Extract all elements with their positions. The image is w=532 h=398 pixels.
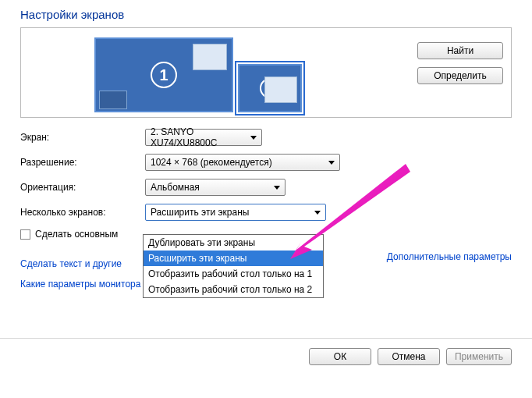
multiple-displays-dropdown: Дублировать эти экраныРасширить эти экра… bbox=[143, 234, 324, 298]
page-title: Настройки экранов bbox=[20, 8, 512, 21]
resolution-select[interactable]: 1024 × 768 (рекомендуется) bbox=[145, 154, 340, 171]
resolution-value: 1024 × 768 (рекомендуется) bbox=[151, 157, 272, 168]
preview-window-icon bbox=[193, 44, 227, 70]
multiple-displays-select[interactable]: Расширить эти экраны bbox=[145, 204, 326, 221]
find-button[interactable]: Найти bbox=[417, 42, 503, 59]
orientation-select[interactable]: Альбомная bbox=[145, 179, 286, 196]
screen-label: Экран: bbox=[20, 132, 137, 143]
advanced-settings-link[interactable]: Дополнительные параметры bbox=[387, 251, 512, 262]
dialog-footer: ОК Отмена Применить bbox=[0, 338, 532, 365]
dropdown-option[interactable]: Отобразить рабочий стол только на 2 bbox=[144, 282, 323, 297]
make-main-label: Сделать основным bbox=[35, 229, 118, 240]
make-main-checkbox[interactable] bbox=[20, 229, 30, 240]
dropdown-option[interactable]: Расширить эти экраны bbox=[144, 251, 323, 266]
screen-select[interactable]: 2. SANYO XU74/XU8800C bbox=[145, 129, 262, 146]
orientation-label: Ориентация: bbox=[20, 182, 137, 193]
resolution-label: Разрешение: bbox=[20, 157, 137, 168]
orientation-value: Альбомная bbox=[151, 182, 200, 193]
text-size-link[interactable]: Сделать текст и другие bbox=[20, 258, 122, 269]
apply-button[interactable]: Применить bbox=[446, 348, 512, 365]
monitor-1[interactable]: 1 bbox=[94, 37, 233, 112]
dropdown-option[interactable]: Отобразить рабочий стол только на 1 bbox=[144, 266, 323, 282]
detect-button[interactable]: Определить bbox=[417, 67, 503, 84]
monitor-preview-area: 1 2 Найти Определить bbox=[20, 27, 512, 118]
dropdown-option[interactable]: Дублировать эти экраны bbox=[144, 235, 323, 251]
monitor-2[interactable]: 2 bbox=[238, 64, 302, 112]
monitor-number: 1 bbox=[151, 62, 177, 88]
multiple-displays-label: Несколько экранов: bbox=[20, 207, 137, 218]
multiple-displays-value: Расширить эти экраны bbox=[151, 207, 249, 218]
preview-window-icon bbox=[264, 76, 297, 103]
ok-button[interactable]: ОК bbox=[309, 348, 371, 365]
screen-value: 2. SANYO XU74/XU8800C bbox=[151, 126, 244, 148]
cancel-button[interactable]: Отмена bbox=[378, 348, 440, 365]
preview-taskbar-icon bbox=[99, 91, 127, 109]
